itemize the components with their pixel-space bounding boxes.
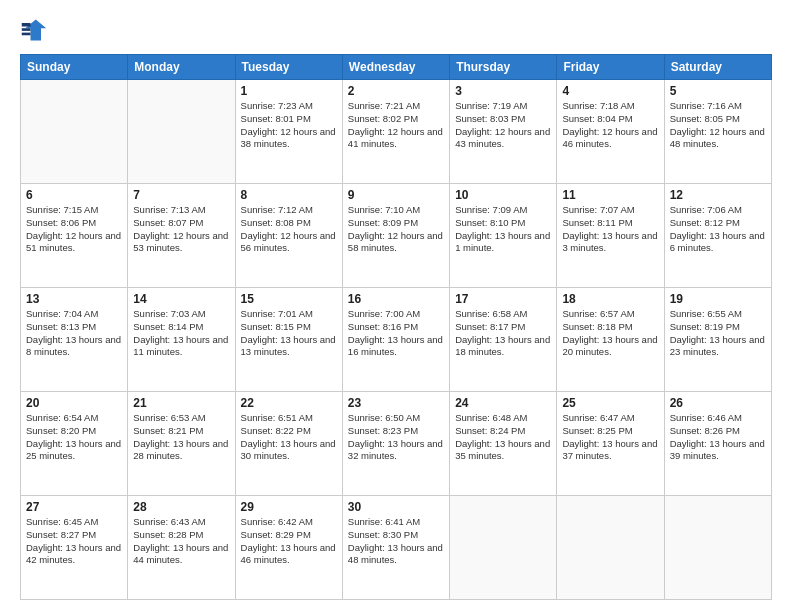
day-number: 12 <box>670 188 766 202</box>
calendar-header-friday: Friday <box>557 55 664 80</box>
day-number: 30 <box>348 500 444 514</box>
calendar-cell: 1Sunrise: 7:23 AMSunset: 8:01 PMDaylight… <box>235 80 342 184</box>
calendar-cell: 30Sunrise: 6:41 AMSunset: 8:30 PMDayligh… <box>342 496 449 600</box>
calendar-cell <box>557 496 664 600</box>
calendar-cell: 24Sunrise: 6:48 AMSunset: 8:24 PMDayligh… <box>450 392 557 496</box>
day-info: Sunrise: 6:51 AMSunset: 8:22 PMDaylight:… <box>241 412 337 463</box>
day-number: 28 <box>133 500 229 514</box>
day-number: 20 <box>26 396 122 410</box>
day-number: 11 <box>562 188 658 202</box>
day-info: Sunrise: 6:55 AMSunset: 8:19 PMDaylight:… <box>670 308 766 359</box>
day-info: Sunrise: 6:53 AMSunset: 8:21 PMDaylight:… <box>133 412 229 463</box>
day-info: Sunrise: 7:10 AMSunset: 8:09 PMDaylight:… <box>348 204 444 255</box>
calendar-cell: 3Sunrise: 7:19 AMSunset: 8:03 PMDaylight… <box>450 80 557 184</box>
day-number: 3 <box>455 84 551 98</box>
calendar-cell: 29Sunrise: 6:42 AMSunset: 8:29 PMDayligh… <box>235 496 342 600</box>
logo <box>20 16 52 44</box>
calendar-cell: 18Sunrise: 6:57 AMSunset: 8:18 PMDayligh… <box>557 288 664 392</box>
calendar-header-row: SundayMondayTuesdayWednesdayThursdayFrid… <box>21 55 772 80</box>
day-number: 9 <box>348 188 444 202</box>
day-number: 14 <box>133 292 229 306</box>
day-info: Sunrise: 6:41 AMSunset: 8:30 PMDaylight:… <box>348 516 444 567</box>
calendar-cell: 17Sunrise: 6:58 AMSunset: 8:17 PMDayligh… <box>450 288 557 392</box>
day-number: 21 <box>133 396 229 410</box>
header <box>20 16 772 44</box>
day-info: Sunrise: 7:09 AMSunset: 8:10 PMDaylight:… <box>455 204 551 255</box>
day-info: Sunrise: 6:54 AMSunset: 8:20 PMDaylight:… <box>26 412 122 463</box>
day-info: Sunrise: 6:47 AMSunset: 8:25 PMDaylight:… <box>562 412 658 463</box>
day-info: Sunrise: 6:42 AMSunset: 8:29 PMDaylight:… <box>241 516 337 567</box>
calendar-cell: 20Sunrise: 6:54 AMSunset: 8:20 PMDayligh… <box>21 392 128 496</box>
calendar-cell <box>128 80 235 184</box>
day-number: 27 <box>26 500 122 514</box>
calendar-cell: 4Sunrise: 7:18 AMSunset: 8:04 PMDaylight… <box>557 80 664 184</box>
calendar-cell: 19Sunrise: 6:55 AMSunset: 8:19 PMDayligh… <box>664 288 771 392</box>
calendar-cell <box>664 496 771 600</box>
svg-rect-3 <box>22 28 31 31</box>
calendar-cell: 21Sunrise: 6:53 AMSunset: 8:21 PMDayligh… <box>128 392 235 496</box>
day-info: Sunrise: 6:45 AMSunset: 8:27 PMDaylight:… <box>26 516 122 567</box>
calendar-cell: 23Sunrise: 6:50 AMSunset: 8:23 PMDayligh… <box>342 392 449 496</box>
day-number: 26 <box>670 396 766 410</box>
page: SundayMondayTuesdayWednesdayThursdayFrid… <box>0 0 792 612</box>
calendar-cell: 7Sunrise: 7:13 AMSunset: 8:07 PMDaylight… <box>128 184 235 288</box>
calendar-cell: 15Sunrise: 7:01 AMSunset: 8:15 PMDayligh… <box>235 288 342 392</box>
calendar-cell: 6Sunrise: 7:15 AMSunset: 8:06 PMDaylight… <box>21 184 128 288</box>
calendar-cell: 9Sunrise: 7:10 AMSunset: 8:09 PMDaylight… <box>342 184 449 288</box>
day-info: Sunrise: 6:48 AMSunset: 8:24 PMDaylight:… <box>455 412 551 463</box>
calendar-header-monday: Monday <box>128 55 235 80</box>
logo-icon <box>20 16 48 44</box>
svg-rect-2 <box>22 23 31 27</box>
day-info: Sunrise: 7:13 AMSunset: 8:07 PMDaylight:… <box>133 204 229 255</box>
calendar-week-5: 27Sunrise: 6:45 AMSunset: 8:27 PMDayligh… <box>21 496 772 600</box>
day-number: 2 <box>348 84 444 98</box>
day-info: Sunrise: 7:07 AMSunset: 8:11 PMDaylight:… <box>562 204 658 255</box>
day-number: 29 <box>241 500 337 514</box>
calendar-header-thursday: Thursday <box>450 55 557 80</box>
day-number: 1 <box>241 84 337 98</box>
calendar-cell: 8Sunrise: 7:12 AMSunset: 8:08 PMDaylight… <box>235 184 342 288</box>
calendar: SundayMondayTuesdayWednesdayThursdayFrid… <box>20 54 772 600</box>
day-info: Sunrise: 7:18 AMSunset: 8:04 PMDaylight:… <box>562 100 658 151</box>
day-number: 13 <box>26 292 122 306</box>
day-number: 5 <box>670 84 766 98</box>
day-number: 15 <box>241 292 337 306</box>
calendar-header-saturday: Saturday <box>664 55 771 80</box>
calendar-cell <box>450 496 557 600</box>
calendar-cell: 5Sunrise: 7:16 AMSunset: 8:05 PMDaylight… <box>664 80 771 184</box>
calendar-cell: 26Sunrise: 6:46 AMSunset: 8:26 PMDayligh… <box>664 392 771 496</box>
day-number: 23 <box>348 396 444 410</box>
calendar-cell <box>21 80 128 184</box>
day-number: 18 <box>562 292 658 306</box>
day-number: 6 <box>26 188 122 202</box>
calendar-cell: 22Sunrise: 6:51 AMSunset: 8:22 PMDayligh… <box>235 392 342 496</box>
day-info: Sunrise: 6:46 AMSunset: 8:26 PMDaylight:… <box>670 412 766 463</box>
calendar-cell: 11Sunrise: 7:07 AMSunset: 8:11 PMDayligh… <box>557 184 664 288</box>
day-number: 25 <box>562 396 658 410</box>
calendar-body: 1Sunrise: 7:23 AMSunset: 8:01 PMDaylight… <box>21 80 772 600</box>
day-info: Sunrise: 7:04 AMSunset: 8:13 PMDaylight:… <box>26 308 122 359</box>
day-number: 24 <box>455 396 551 410</box>
day-info: Sunrise: 7:00 AMSunset: 8:16 PMDaylight:… <box>348 308 444 359</box>
day-info: Sunrise: 7:03 AMSunset: 8:14 PMDaylight:… <box>133 308 229 359</box>
calendar-cell: 14Sunrise: 7:03 AMSunset: 8:14 PMDayligh… <box>128 288 235 392</box>
day-number: 19 <box>670 292 766 306</box>
calendar-cell: 2Sunrise: 7:21 AMSunset: 8:02 PMDaylight… <box>342 80 449 184</box>
day-number: 7 <box>133 188 229 202</box>
day-number: 8 <box>241 188 337 202</box>
calendar-cell: 28Sunrise: 6:43 AMSunset: 8:28 PMDayligh… <box>128 496 235 600</box>
calendar-cell: 27Sunrise: 6:45 AMSunset: 8:27 PMDayligh… <box>21 496 128 600</box>
day-info: Sunrise: 6:50 AMSunset: 8:23 PMDaylight:… <box>348 412 444 463</box>
calendar-week-3: 13Sunrise: 7:04 AMSunset: 8:13 PMDayligh… <box>21 288 772 392</box>
day-info: Sunrise: 7:15 AMSunset: 8:06 PMDaylight:… <box>26 204 122 255</box>
day-number: 17 <box>455 292 551 306</box>
calendar-week-1: 1Sunrise: 7:23 AMSunset: 8:01 PMDaylight… <box>21 80 772 184</box>
calendar-header-sunday: Sunday <box>21 55 128 80</box>
calendar-header-tuesday: Tuesday <box>235 55 342 80</box>
day-info: Sunrise: 7:23 AMSunset: 8:01 PMDaylight:… <box>241 100 337 151</box>
day-info: Sunrise: 7:06 AMSunset: 8:12 PMDaylight:… <box>670 204 766 255</box>
calendar-cell: 12Sunrise: 7:06 AMSunset: 8:12 PMDayligh… <box>664 184 771 288</box>
day-number: 10 <box>455 188 551 202</box>
day-info: Sunrise: 7:16 AMSunset: 8:05 PMDaylight:… <box>670 100 766 151</box>
calendar-week-4: 20Sunrise: 6:54 AMSunset: 8:20 PMDayligh… <box>21 392 772 496</box>
